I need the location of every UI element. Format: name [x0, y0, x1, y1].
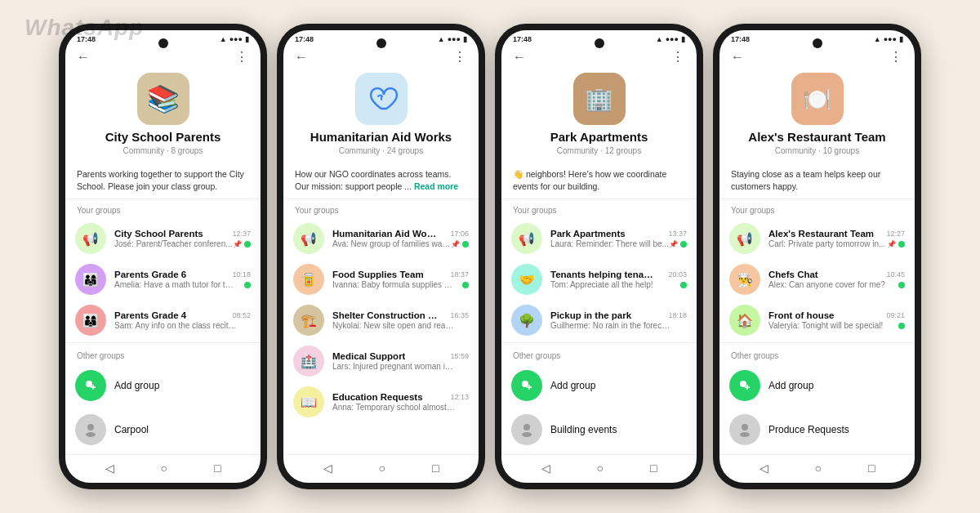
other-group-item[interactable]: Add group [719, 364, 915, 408]
group-badges: 📌 [669, 240, 687, 248]
phone-screen: 17:48 ▲ ●●● ▮ ← ⋮ 📚 City School Parents … [65, 30, 261, 483]
group-item[interactable]: 📢 Park Apartments 13:37 Laura: Reminder:… [501, 218, 697, 259]
group-name: City School Parents [114, 229, 203, 239]
group-item[interactable]: 🤝 Tenants helping tenants 20:03 Tom: App… [501, 259, 697, 300]
unread-dot [898, 241, 905, 248]
nav-home-button[interactable]: ○ [597, 462, 604, 475]
other-group-name: Building events [550, 424, 617, 435]
community-name: Park Apartments [550, 130, 648, 145]
group-item[interactable]: 👨‍🍳 Chefs Chat 10:45 Alex: Can anyone co… [719, 259, 915, 300]
group-list: 📢 City School Parents 12:37 José: Parent… [65, 218, 261, 454]
community-desc: How our NGO coordinates across teams. Ou… [283, 163, 479, 199]
phone-screen: 17:48 ▲ ●●● ▮ ← ⋮ Humanitarian Aid Works [283, 30, 479, 483]
watermark-text: WhatsApp [24, 15, 144, 41]
nav-back-button[interactable]: ◁ [760, 462, 768, 475]
other-group-name: Carpool [114, 424, 149, 435]
group-content: Parents Grade 4 08:52 Sam: Any info on t… [114, 310, 251, 330]
community-sub: Community · 24 groups [339, 146, 423, 155]
group-item[interactable]: 🌳 Pickup in the park 18:18 Guilherme: No… [501, 300, 697, 341]
group-content: Food Supplies Team 18:37 Ivanna: Baby fo… [332, 270, 469, 289]
other-groups-label: Other groups [719, 345, 915, 364]
other-group-name: Add group [550, 380, 595, 391]
nav-back-button[interactable]: ◁ [541, 462, 550, 475]
bottom-nav: ◁ ○ □ [719, 454, 915, 483]
phone-notch [595, 38, 604, 48]
other-group-item[interactable]: Add group [501, 364, 697, 408]
other-groups-label: Other groups [501, 345, 697, 364]
group-name: Front of house [768, 310, 835, 320]
group-list: 📢 Humanitarian Aid Works 17:06 Ava: New … [283, 218, 479, 454]
back-button[interactable]: ← [295, 50, 308, 65]
more-options-button[interactable]: ⋮ [453, 49, 467, 65]
group-badges [898, 323, 905, 329]
group-item[interactable]: 🏗️ Shelter Construction Team 16:35 Nykol… [283, 300, 479, 341]
wifi-icon: ▲ [874, 35, 881, 43]
other-group-item[interactable]: Building events [501, 408, 697, 452]
group-item[interactable]: 👨‍👩‍👦 Parents Grade 4 08:52 Sam: Any inf… [65, 300, 261, 341]
wifi-icon: ▲ [656, 35, 663, 43]
other-group-item[interactable]: Produce Requests [719, 408, 915, 452]
back-button[interactable]: ← [513, 50, 526, 65]
more-options-button[interactable]: ⋮ [235, 49, 249, 65]
group-item[interactable]: 📢 Alex's Restaurant Team 12:27 Carl: Pri… [719, 218, 915, 259]
back-button[interactable]: ← [731, 50, 744, 65]
group-time: 08:52 [232, 311, 251, 319]
svg-point-17 [740, 432, 750, 437]
community-info: 🏢 Park Apartments Community · 12 groups [501, 69, 697, 163]
group-item[interactable]: 🥫 Food Supplies Team 18:37 Ivanna: Baby … [283, 259, 479, 300]
other-group-name: Produce Requests [768, 424, 849, 435]
nav-home-button[interactable]: ○ [379, 462, 385, 475]
group-name: Park Apartments [550, 229, 626, 239]
more-options-button[interactable]: ⋮ [889, 49, 903, 65]
phone-phone2: 17:48 ▲ ●●● ▮ ← ⋮ Humanitarian Aid Works [277, 24, 485, 489]
group-badges [680, 282, 687, 288]
more-options-button[interactable]: ⋮ [671, 49, 685, 65]
group-badges: 📌 [887, 240, 905, 248]
group-time: 16:35 [450, 311, 469, 319]
other-groups-label: Other groups [65, 345, 261, 364]
community-desc: 👋 neighbors! Here's how we coordinate ev… [501, 163, 697, 199]
group-time: 09:21 [886, 311, 905, 319]
group-preview: Sam: Any info on the class recital? [114, 321, 237, 330]
group-item[interactable]: 📢 City School Parents 12:37 José: Parent… [65, 218, 261, 259]
signal-icon: ●●● [229, 35, 243, 43]
group-item[interactable]: 👨‍👩‍👧 Parents Grade 6 10:18 Amelia: Have… [65, 259, 261, 300]
group-item[interactable]: 📖 Education Requests 12:13 Anna: Tempora… [283, 381, 479, 422]
battery-icon: ▮ [463, 35, 467, 43]
group-item[interactable]: 🏥 Medical Support 15:59 Lars: Injured pr… [283, 341, 479, 381]
group-name: Parents Grade 4 [114, 310, 186, 320]
group-item[interactable]: 🏠 Front of house 09:21 Valeryia: Tonight… [719, 300, 915, 341]
status-time: 17:48 [295, 35, 314, 43]
back-button[interactable]: ← [77, 50, 90, 65]
nav-home-button[interactable]: ○ [815, 462, 822, 475]
group-badges [898, 282, 905, 288]
status-time: 17:48 [731, 35, 750, 43]
nav-recent-button[interactable]: □ [868, 462, 875, 475]
other-group-avatar [75, 414, 106, 445]
svg-point-6 [522, 381, 528, 387]
svg-point-12 [740, 381, 746, 387]
nav-recent-button[interactable]: □ [214, 462, 220, 475]
group-name: Parents Grade 6 [114, 270, 186, 279]
nav-recent-button[interactable]: □ [432, 462, 439, 475]
group-time: 12:37 [232, 230, 251, 238]
group-content: Humanitarian Aid Works 17:06 Ava: New gr… [332, 229, 469, 248]
app-header: ← ⋮ [501, 46, 697, 69]
nav-home-button[interactable]: ○ [161, 462, 167, 475]
nav-recent-button[interactable]: □ [650, 462, 657, 475]
group-preview: Tom: Appreciate all the help! [550, 280, 653, 289]
nav-back-button[interactable]: ◁ [323, 462, 332, 475]
status-icons: ▲ ●●● ▮ [438, 35, 467, 43]
read-more-link[interactable]: Read more [414, 181, 458, 191]
group-preview: Laura: Reminder: There will be... [550, 239, 669, 248]
nav-back-button[interactable]: ◁ [105, 462, 114, 475]
other-group-item[interactable]: Carpool [65, 408, 261, 452]
group-list: 📢 Park Apartments 13:37 Laura: Reminder:… [501, 218, 697, 454]
other-group-avatar [729, 414, 760, 445]
other-group-avatar [511, 370, 542, 401]
other-group-item[interactable]: Add group [65, 364, 261, 408]
svg-point-10 [523, 424, 530, 430]
group-name: Humanitarian Aid Works [332, 229, 439, 239]
svg-point-11 [522, 432, 532, 437]
group-item[interactable]: 📢 Humanitarian Aid Works 17:06 Ava: New … [283, 218, 479, 259]
